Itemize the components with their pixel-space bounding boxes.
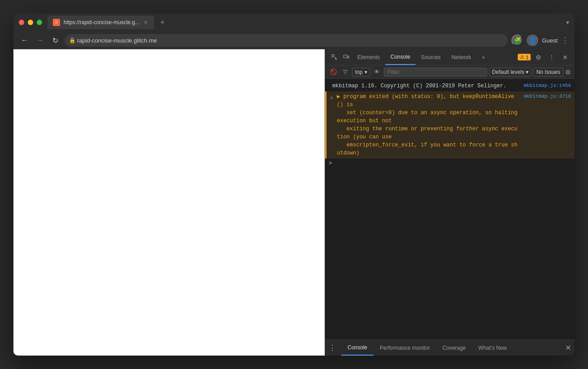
no-issues-button[interactable]: No Issues [533, 68, 563, 77]
eye-icon-button[interactable]: 👁 [372, 67, 382, 77]
lock-icon: 🔒 [69, 37, 76, 43]
drawer-tab-whats-new[interactable]: What's New [472, 340, 513, 356]
profile-avatar: 👤 [529, 37, 536, 44]
warning-badge[interactable]: ⚠ 1 [518, 54, 531, 60]
tab-more[interactable]: » [476, 49, 490, 65]
no-issues-label: No Issues [536, 69, 560, 75]
tab-favicon: 🎯 [53, 19, 60, 26]
inspect-element-icon[interactable] [329, 51, 340, 63]
svg-rect-1 [343, 55, 347, 58]
console-file-link-2[interactable]: mkbitmap.js:3718 [524, 93, 571, 100]
context-dropdown-icon: ▾ [365, 69, 367, 75]
svg-rect-0 [332, 55, 334, 57]
console-text-2: ▶ program exited (with status: 0), but k… [337, 93, 520, 157]
filter-input[interactable] [384, 68, 487, 77]
close-devtools-icon[interactable]: ✕ [559, 51, 571, 63]
address-input[interactable] [64, 34, 508, 47]
devtools-action-icons: ⚠ 1 ⚙ ⋮ ✕ [518, 51, 571, 63]
drawer-tab-console[interactable]: Console [341, 340, 373, 356]
address-bar: ← → ↻ 🔒 🧩 👤 Guest ⋮ [13, 31, 575, 49]
context-selector[interactable]: top ▾ [352, 68, 370, 77]
minimize-button[interactable] [28, 20, 33, 25]
svg-rect-2 [348, 56, 349, 58]
main-area: Elements Console Sources Network » ⚠ [13, 49, 575, 356]
drawer-menu-icon[interactable]: ⋮ [325, 343, 339, 352]
reload-button[interactable]: ↻ [49, 34, 61, 46]
profile-icon[interactable]: 👤 [527, 34, 538, 46]
devtools-panel: Elements Console Sources Network » ⚠ [325, 49, 575, 356]
console-prompt-symbol: > [329, 160, 332, 167]
warning-count: 1 [526, 55, 528, 60]
forward-button[interactable]: → [34, 34, 46, 46]
webpage-content [13, 49, 325, 356]
more-options-devtools-icon[interactable]: ⋮ [546, 51, 558, 63]
log-levels-label: Default levels [492, 69, 524, 75]
tab-chevron-icon[interactable]: ▾ [566, 19, 569, 26]
toggle-filter-button[interactable] [340, 67, 350, 77]
console-input-area: > [325, 159, 575, 168]
tab-close-button[interactable]: × [143, 18, 148, 26]
drawer-tab-bar: Console Performance monitor Coverage Wha… [339, 340, 515, 356]
console-text-1: mkbitmap 1.16. Copyright (C) 2001-2019 P… [332, 82, 520, 90]
context-value: top [355, 69, 363, 75]
warning-triangle-icon: ⚠ [330, 94, 333, 102]
console-message-warning: ⚠ ▶ program exited (with status: 0), but… [325, 91, 575, 159]
console-output: mkbitmap 1.16. Copyright (C) 2001-2019 P… [325, 79, 575, 339]
drawer-tab-performance-monitor[interactable]: Performance monitor [373, 340, 436, 356]
tab-network[interactable]: Network [446, 49, 476, 65]
drawer-tab-coverage[interactable]: Coverage [436, 340, 472, 356]
close-button[interactable] [19, 20, 24, 25]
window-controls [19, 20, 42, 25]
devtools-tab-bar: Elements Console Sources Network » ⚠ [325, 49, 575, 65]
log-levels-dropdown-icon: ▾ [526, 69, 528, 75]
device-toolbar-icon[interactable] [340, 51, 352, 63]
extensions-button[interactable]: 🧩 [511, 34, 523, 46]
back-button[interactable]: ← [19, 34, 30, 46]
console-settings-icon[interactable]: ⚙ [565, 69, 571, 76]
settings-icon[interactable]: ⚙ [532, 51, 544, 63]
title-bar: 🎯 https://rapid-concise-muscle.g... × + … [13, 13, 575, 31]
tab-elements[interactable]: Elements [352, 49, 385, 65]
browser-window: 🎯 https://rapid-concise-muscle.g... × + … [13, 13, 575, 356]
clear-console-button[interactable]: 🚫 [329, 67, 339, 77]
drawer-close-icon[interactable]: ✕ [565, 343, 571, 352]
tab-bar: 🎯 https://rapid-concise-muscle.g... × + [47, 16, 566, 29]
tab-console[interactable]: Console [385, 49, 416, 65]
address-bar-wrapper: 🔒 [64, 34, 508, 47]
tab-sources[interactable]: Sources [416, 49, 446, 65]
warning-icon: ⚠ [520, 54, 524, 60]
profile-area: 👤 Guest [527, 34, 558, 46]
more-options-button[interactable]: ⋮ [561, 35, 569, 45]
console-toolbar: 🚫 top ▾ 👁 Default levels ▾ [325, 65, 575, 79]
log-levels-button[interactable]: Default levels ▾ [489, 68, 532, 77]
console-message-info: mkbitmap 1.16. Copyright (C) 2001-2019 P… [325, 81, 575, 91]
devtools-drawer: ⋮ Console Performance monitor Coverage W… [325, 339, 575, 356]
maximize-button[interactable] [37, 20, 42, 25]
guest-label: Guest [542, 37, 558, 44]
tab-title: https://rapid-concise-muscle.g... [64, 19, 139, 26]
new-tab-button[interactable]: + [158, 17, 168, 28]
console-file-link-1[interactable]: mkbitmap.js:1456 [524, 82, 571, 90]
active-tab[interactable]: 🎯 https://rapid-concise-muscle.g... × [47, 16, 154, 29]
